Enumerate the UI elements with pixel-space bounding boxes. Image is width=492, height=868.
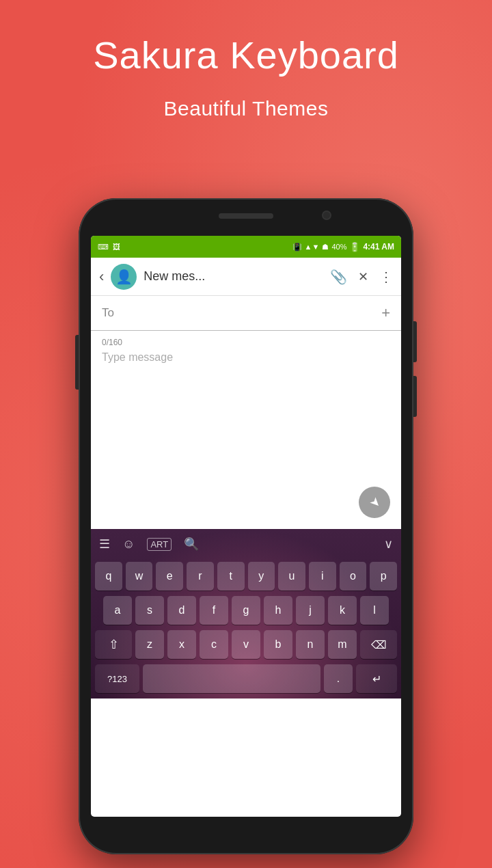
- volume-down-button[interactable]: [413, 376, 417, 417]
- key-a[interactable]: a: [103, 596, 132, 625]
- app-subtitle: Beautiful Themes: [0, 97, 492, 120]
- key-s[interactable]: s: [135, 596, 164, 625]
- key-g[interactable]: g: [232, 596, 260, 625]
- key-f[interactable]: f: [200, 596, 228, 625]
- key-r[interactable]: r: [187, 562, 214, 591]
- keyboard-rows: q w e r t y u i o p a s: [91, 559, 401, 693]
- keyboard-row-4: ?123 . ↵: [95, 664, 397, 693]
- contact-icon: 👤: [115, 269, 133, 285]
- message-compose-area[interactable]: 0/160 Type message ➤: [91, 331, 401, 529]
- battery-icon: 🔋: [349, 242, 360, 252]
- key-j[interactable]: j: [296, 596, 325, 625]
- key-e[interactable]: e: [156, 562, 183, 591]
- art-icon[interactable]: ART: [147, 538, 172, 551]
- key-l[interactable]: l: [360, 596, 389, 625]
- message-header: ‹ 👤 New mes... 📎 ✕ ⋮: [91, 258, 401, 296]
- status-bar: ⌨ 🖼 📳 ▲▼ ☗ 40% 🔋 4:41 AM: [91, 236, 401, 258]
- app-title: Sakura Keyboard: [0, 34, 492, 77]
- title-area: Sakura Keyboard Beautiful Themes: [0, 34, 492, 120]
- space-key[interactable]: [143, 664, 320, 693]
- to-label: To: [102, 306, 381, 320]
- volume-up-button[interactable]: [413, 321, 417, 362]
- key-d[interactable]: d: [167, 596, 196, 625]
- gallery-status-icon: 🖼: [113, 243, 120, 251]
- key-t[interactable]: t: [217, 562, 245, 591]
- send-icon: ➤: [366, 493, 384, 511]
- close-icon[interactable]: ✕: [358, 269, 368, 284]
- key-x[interactable]: x: [167, 630, 196, 659]
- emoji-icon[interactable]: ☺: [122, 537, 135, 552]
- key-n[interactable]: n: [296, 630, 325, 659]
- data-icon: ☗: [322, 243, 329, 252]
- more-options-icon[interactable]: ⋮: [379, 269, 393, 285]
- status-left: ⌨ 🖼: [98, 243, 120, 252]
- shift-key[interactable]: ⇧: [95, 630, 132, 659]
- power-button[interactable]: [75, 335, 79, 390]
- attach-icon[interactable]: 📎: [330, 269, 347, 285]
- char-count: 0/160: [102, 338, 390, 347]
- avatar: 👤: [111, 264, 137, 290]
- key-y[interactable]: y: [248, 562, 275, 591]
- phone-speaker: [219, 213, 273, 219]
- backspace-key[interactable]: ⌫: [360, 630, 397, 659]
- phone-screen: ⌨ 🖼 📳 ▲▼ ☗ 40% 🔋 4:41 AM ‹ 👤 New: [91, 236, 401, 817]
- send-button[interactable]: ➤: [359, 487, 390, 518]
- search-icon[interactable]: 🔍: [184, 537, 199, 552]
- key-u[interactable]: u: [278, 562, 305, 591]
- header-actions: 📎 ✕ ⋮: [330, 269, 393, 285]
- key-k[interactable]: k: [328, 596, 357, 625]
- phone-body: ⌨ 🖼 📳 ▲▼ ☗ 40% 🔋 4:41 AM ‹ 👤 New: [79, 198, 413, 854]
- key-m[interactable]: m: [328, 630, 357, 659]
- key-b[interactable]: b: [264, 630, 292, 659]
- add-recipient-button[interactable]: +: [381, 304, 390, 322]
- keyboard-row-3: ⇧ z x c v b n m ⌫: [95, 630, 397, 659]
- keyboard-collapse-icon[interactable]: ∨: [384, 537, 393, 552]
- back-button[interactable]: ‹: [99, 268, 104, 286]
- key-h[interactable]: h: [264, 596, 292, 625]
- key-o[interactable]: o: [340, 562, 367, 591]
- period-key[interactable]: .: [324, 664, 353, 693]
- status-right: 📳 ▲▼ ☗ 40% 🔋 4:41 AM: [292, 242, 394, 252]
- time-display: 4:41 AM: [363, 242, 394, 252]
- keyboard-area: ☰ ☺ ART 🔍 ∨ q w e r t y: [91, 529, 401, 699]
- phone-camera: [322, 211, 331, 220]
- key-q[interactable]: q: [95, 562, 122, 591]
- numbers-key[interactable]: ?123: [95, 664, 139, 693]
- conversation-title: New mes...: [144, 269, 323, 284]
- key-z[interactable]: z: [135, 630, 164, 659]
- key-v[interactable]: v: [232, 630, 260, 659]
- enter-key[interactable]: ↵: [356, 664, 397, 693]
- key-p[interactable]: p: [370, 562, 397, 591]
- battery-percent: 40%: [331, 243, 346, 251]
- vibrate-icon: 📳: [292, 243, 302, 252]
- wifi-icon: ▲▼: [305, 243, 320, 251]
- phone-wrapper: ⌨ 🖼 📳 ▲▼ ☗ 40% 🔋 4:41 AM ‹ 👤 New: [79, 198, 413, 854]
- keyboard-row-2: a s d f g h j k l: [95, 596, 397, 625]
- keyboard-toolbar: ☰ ☺ ART 🔍 ∨: [91, 529, 401, 559]
- key-i[interactable]: i: [309, 562, 336, 591]
- keyboard-status-icon: ⌨: [98, 243, 109, 252]
- keyboard-toolbar-left: ☰ ☺ ART 🔍: [99, 537, 199, 552]
- message-input[interactable]: Type message: [102, 351, 390, 364]
- to-field[interactable]: To +: [91, 296, 401, 331]
- key-w[interactable]: w: [126, 562, 153, 591]
- keyboard-row-1: q w e r t y u i o p: [95, 562, 397, 591]
- hamburger-menu-icon[interactable]: ☰: [99, 537, 110, 552]
- key-c[interactable]: c: [200, 630, 228, 659]
